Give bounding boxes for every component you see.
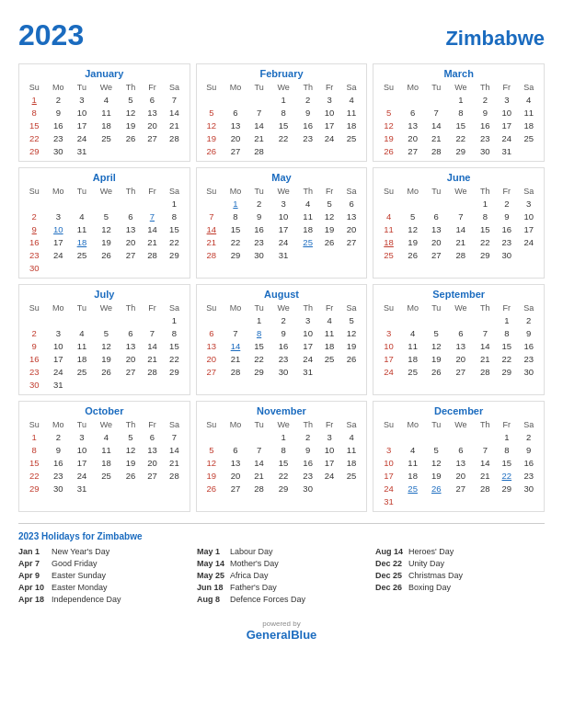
calendar-day: 25	[340, 131, 362, 144]
calendar-day	[163, 144, 186, 157]
calendar-day: 21	[248, 469, 270, 482]
calendar-day: 13	[340, 210, 362, 222]
calendar-day: 15	[248, 339, 270, 352]
calendar-day: 21	[223, 352, 248, 365]
calendar-day: 5	[340, 313, 362, 326]
holiday-date: Dec 25	[375, 571, 403, 580]
month-block-november: NovemberSuMoTuWeThFrSa123456789101112131…	[196, 401, 368, 512]
calendar-day: 15	[163, 339, 186, 352]
calendar-day: 12	[201, 119, 223, 131]
calendar-day: 1	[223, 197, 248, 210]
calendar-day: 28	[475, 482, 496, 495]
calendar-day: 20	[340, 222, 362, 235]
calendar-day: 4	[340, 93, 362, 106]
month-name-october: October	[23, 405, 186, 416]
calendar-day: 2	[23, 210, 45, 222]
calendar-day: 15	[23, 119, 45, 131]
calendar-day: 17	[318, 456, 339, 469]
calendar-day	[270, 144, 297, 157]
calendar-day: 7	[248, 443, 270, 456]
calendar-day: 8	[23, 443, 45, 456]
day-header-su: Su	[23, 419, 45, 430]
day-header-tu: Tu	[426, 186, 447, 197]
calendar-day: 4	[400, 443, 426, 456]
calendar-day: 3	[496, 93, 517, 106]
day-header-sa: Sa	[163, 82, 186, 93]
calendar-day: 1	[23, 430, 45, 443]
calendar-day	[71, 261, 92, 274]
calendar-day: 31	[270, 248, 297, 261]
day-header-tu: Tu	[71, 186, 92, 197]
calendar-day: 10	[377, 339, 399, 352]
calendar-table-february: SuMoTuWeThFrSa12345678910111213141516171…	[201, 82, 363, 157]
calendar-day: 13	[447, 456, 475, 469]
holiday-date: May 25	[197, 571, 224, 580]
calendar-day	[23, 197, 45, 210]
calendar-day: 25	[318, 352, 339, 365]
calendar-day: 15	[475, 222, 496, 235]
calendar-day: 15	[270, 456, 297, 469]
holiday-name: Christmas Day	[408, 571, 463, 580]
calendar-day: 17	[45, 235, 71, 248]
calendar-day: 24	[377, 365, 399, 378]
calendar-day: 11	[318, 326, 339, 339]
month-block-february: FebruarySuMoTuWeThFrSa123456789101112131…	[196, 63, 368, 162]
calendar-day: 24	[45, 365, 71, 378]
calendar-day: 27	[142, 131, 163, 144]
calendar-day: 23	[270, 352, 297, 365]
calendar-day	[340, 365, 362, 378]
holidays-col3: Aug 14Heroes' DayDec 22Unity DayDec 25Ch…	[375, 547, 545, 607]
day-header-tu: Tu	[248, 302, 270, 313]
calendar-day: 25	[71, 365, 92, 378]
calendar-day	[340, 248, 362, 261]
calendar-day: 16	[297, 119, 318, 131]
calendar-day: 19	[318, 222, 339, 235]
calendar-day: 18	[93, 456, 121, 469]
day-header-su: Su	[377, 302, 399, 313]
holidays-title: 2023 Holidays for Zimbabwe	[18, 531, 545, 541]
calendar-day: 26	[120, 469, 141, 482]
calendar-day: 25	[400, 482, 426, 495]
month-block-december: DecemberSuMoTuWeThFrSa123456789101112131…	[373, 401, 545, 512]
calendar-day: 19	[426, 352, 447, 365]
calendar-day: 10	[71, 106, 92, 119]
month-name-july: July	[23, 289, 186, 300]
calendar-day: 23	[475, 131, 496, 144]
calendar-day: 28	[248, 482, 270, 495]
calendar-day: 8	[447, 106, 475, 119]
day-header-mo: Mo	[45, 302, 71, 313]
calendar-day: 31	[71, 482, 92, 495]
calendar-day: 1	[270, 430, 297, 443]
calendar-day: 27	[223, 144, 248, 157]
calendar-day: 8	[248, 326, 270, 339]
calendar-day: 25	[297, 235, 318, 248]
calendar-day	[447, 430, 475, 443]
calendar-day: 17	[496, 119, 517, 131]
calendar-day: 1	[270, 93, 297, 106]
calendar-day: 2	[297, 430, 318, 443]
calendar-day: 11	[93, 106, 121, 119]
month-block-may: MaySuMoTuWeThFrSa12345678910111213141516…	[196, 167, 368, 279]
day-header-we: We	[270, 82, 297, 93]
calendar-day: 11	[93, 443, 121, 456]
calendar-day: 3	[297, 313, 318, 326]
calendar-day: 6	[120, 326, 141, 339]
calendar-day: 12	[426, 456, 447, 469]
brand-label: GeneralBlue	[18, 628, 545, 642]
calendar-day: 28	[447, 248, 475, 261]
calendar-day: 5	[400, 210, 426, 222]
calendar-day: 5	[201, 106, 223, 119]
calendar-day: 5	[426, 443, 447, 456]
day-header-fr: Fr	[142, 419, 163, 430]
month-name-january: January	[23, 68, 186, 79]
calendar-day	[120, 261, 141, 274]
calendar-day: 13	[120, 222, 141, 235]
calendar-day: 27	[120, 248, 141, 261]
holiday-name: Heroes' Day	[408, 547, 454, 556]
calendar-day: 10	[45, 339, 71, 352]
calendar-day	[518, 144, 540, 157]
day-header-fr: Fr	[142, 186, 163, 197]
calendar-day: 15	[496, 456, 517, 469]
calendar-day: 9	[23, 339, 45, 352]
calendar-day: 22	[270, 131, 297, 144]
